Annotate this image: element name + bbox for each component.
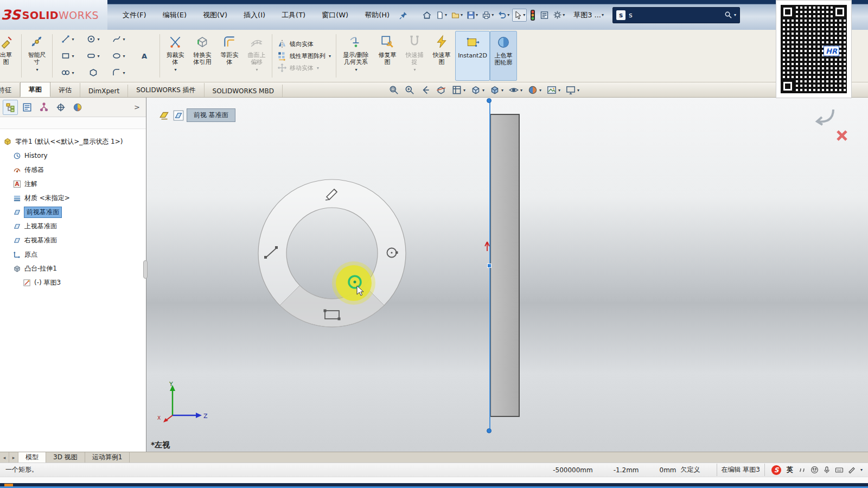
tab-sw-mbd[interactable]: SOLIDWORKS MBD xyxy=(205,85,283,97)
edit-appearance-icon[interactable]: ▾ xyxy=(527,84,542,96)
dimxpertmanager-tab[interactable] xyxy=(53,100,68,115)
solidworks-resource-badge[interactable]: S xyxy=(771,465,781,475)
convert-entities-button[interactable]: 转换实 体引用 xyxy=(189,31,216,81)
ime-more-caret[interactable]: ▾ xyxy=(860,467,863,472)
offset-entities-button[interactable]: 等距实 体 xyxy=(216,31,243,81)
relations-caret[interactable]: ▾ xyxy=(355,67,358,72)
new-document-caret[interactable]: ▾ xyxy=(445,12,447,17)
part-body-slab[interactable] xyxy=(490,114,520,417)
rectangle-tool-caret[interactable]: ▾ xyxy=(72,54,74,59)
menu-window[interactable]: 窗口(W) xyxy=(321,9,349,22)
tab-scroll-right[interactable]: ▸ xyxy=(9,452,18,463)
view-orientation-caret[interactable]: ▾ xyxy=(482,88,484,93)
view-settings-icon[interactable]: ▾ xyxy=(565,84,580,96)
linear-pattern-button[interactable]: 线性草图阵列 ▾ xyxy=(277,51,331,61)
text-tool-button[interactable]: A xyxy=(132,48,157,64)
tree-item-front-plane[interactable]: 前视基准面 xyxy=(0,205,146,219)
tab-scroll-left[interactable]: ◂ xyxy=(0,452,9,463)
search-caret[interactable]: ▾ xyxy=(734,12,736,17)
save-caret[interactable]: ▾ xyxy=(476,12,478,17)
menu-edit[interactable]: 编辑(E) xyxy=(162,9,188,22)
circle-tool-button[interactable]: ▾ xyxy=(81,31,106,47)
tab-dimxpert[interactable]: DimXpert xyxy=(80,85,128,97)
ime-keyboard-icon[interactable] xyxy=(835,466,844,474)
graphics-viewport[interactable]: 前视 基准面 xyxy=(146,98,868,452)
display-style-icon[interactable]: ▾ xyxy=(489,84,504,96)
new-document-button[interactable]: ▾ xyxy=(435,9,448,21)
rapid-sketch-button[interactable]: 快速草 图 xyxy=(428,31,455,81)
tree-item-history[interactable]: History xyxy=(0,149,146,163)
options-list-icon[interactable] xyxy=(539,9,550,21)
search-submit[interactable]: ▾ xyxy=(724,11,736,19)
settings-caret[interactable]: ▾ xyxy=(563,12,565,17)
document-caret[interactable]: ▾ xyxy=(602,12,604,17)
tree-item-right-plane[interactable]: 右视基准面 xyxy=(0,233,146,247)
oval-tool-caret[interactable]: ▾ xyxy=(72,70,74,75)
hide-show-caret[interactable]: ▾ xyxy=(520,88,522,93)
smart-dimension-caret[interactable]: ▾ xyxy=(36,67,38,72)
instant2d-button[interactable]: Instant2D xyxy=(455,31,490,81)
displaymanager-tab[interactable] xyxy=(70,100,85,115)
tree-root-part[interactable]: 零件1 (默认<<默认>_显示状态 1>) xyxy=(0,134,146,149)
menu-help[interactable]: 帮助(H) xyxy=(363,9,391,22)
ime-handwriting-icon[interactable] xyxy=(848,466,856,474)
tab-3d-views[interactable]: 3D 视图 xyxy=(46,452,85,463)
fillet-tool-caret[interactable]: ▾ xyxy=(123,70,125,75)
tab-features[interactable]: 特征 xyxy=(0,83,20,97)
tree-item-annotations[interactable]: A 注解 xyxy=(0,177,146,191)
mirror-entities-button[interactable]: 镜向实体 xyxy=(277,39,331,49)
undo-caret[interactable]: ▾ xyxy=(507,12,509,17)
trim-caret[interactable]: ▾ xyxy=(174,67,176,72)
featuremanager-tab[interactable] xyxy=(3,100,18,115)
menu-tools[interactable]: 工具(T) xyxy=(280,9,307,22)
open-button[interactable]: ▾ xyxy=(450,9,464,21)
hide-show-items-icon[interactable]: ▾ xyxy=(508,84,523,96)
traffic-light-icon[interactable] xyxy=(528,8,537,22)
open-caret[interactable]: ▾ xyxy=(461,12,463,17)
line-tool-button[interactable]: ▾ xyxy=(55,31,80,47)
smart-dimension-button[interactable]: 智能尺 寸 ▾ xyxy=(23,31,50,81)
rectangle-tool-button[interactable]: ▾ xyxy=(55,48,80,64)
exit-sketch-corner-icon[interactable] xyxy=(812,105,837,127)
tree-item-top-plane[interactable]: 上视基准面 xyxy=(0,219,146,233)
home-button[interactable] xyxy=(421,9,433,22)
apply-scene-icon[interactable]: ▾ xyxy=(546,84,561,96)
propertymanager-tab[interactable] xyxy=(20,100,35,115)
breadcrumb-label[interactable]: 前视 基准面 xyxy=(187,108,235,122)
edit-appearance-caret[interactable]: ▾ xyxy=(539,88,541,93)
trim-entities-button[interactable]: 剪裁实 体 ▾ xyxy=(162,31,189,81)
line-endpoint-bottom[interactable] xyxy=(487,428,492,433)
zoom-to-fit-icon[interactable] xyxy=(388,84,400,96)
menu-view[interactable]: 视图(V) xyxy=(202,9,228,22)
save-button[interactable]: ▾ xyxy=(465,9,479,21)
spline-tool-button[interactable]: ▾ xyxy=(106,31,131,47)
panel-expand-chevron[interactable]: > xyxy=(131,103,143,111)
exit-sketch-button[interactable]: 出草 图 xyxy=(0,31,20,81)
print-caret[interactable]: ▾ xyxy=(492,12,494,17)
tab-motion-study[interactable]: 运动算例1 xyxy=(85,452,130,463)
apply-scene-caret[interactable]: ▾ xyxy=(558,88,560,93)
tab-evaluate[interactable]: 评估 xyxy=(50,83,80,97)
breadcrumb-plane-icon[interactable] xyxy=(173,110,184,121)
view-settings-caret[interactable]: ▾ xyxy=(577,88,579,93)
panel-splitter-handle[interactable] xyxy=(143,260,148,279)
ime-mic-icon[interactable] xyxy=(823,466,831,474)
tree-item-sketch3[interactable]: (-) 草图3 xyxy=(0,275,146,290)
select-tool-caret[interactable]: ▾ xyxy=(523,12,525,17)
menu-insert[interactable]: 插入(I) xyxy=(242,9,266,22)
pin-menu-icon[interactable] xyxy=(398,9,409,21)
tree-item-origin[interactable]: 原点 xyxy=(0,247,146,261)
slot-tool-caret[interactable]: ▾ xyxy=(97,54,99,59)
oval-tool-button[interactable]: ▾ xyxy=(55,65,80,81)
tree-item-boss-extrude1[interactable]: 凸台-拉伸1 xyxy=(0,261,146,275)
spline-tool-caret[interactable]: ▾ xyxy=(123,37,125,42)
view-orientation-cube-icon[interactable]: ▾ xyxy=(470,84,485,96)
breadcrumb-sketch-icon[interactable] xyxy=(158,110,170,121)
settings-gear-icon[interactable]: ▾ xyxy=(552,9,566,21)
section-view-icon[interactable] xyxy=(435,84,447,96)
display-style-caret[interactable]: ▾ xyxy=(501,88,503,93)
ime-emoji-icon[interactable] xyxy=(810,466,819,474)
configurationmanager-tab[interactable] xyxy=(36,100,52,115)
ime-punctuation-icon[interactable] xyxy=(799,466,806,474)
menu-file[interactable]: 文件(F) xyxy=(122,9,148,22)
